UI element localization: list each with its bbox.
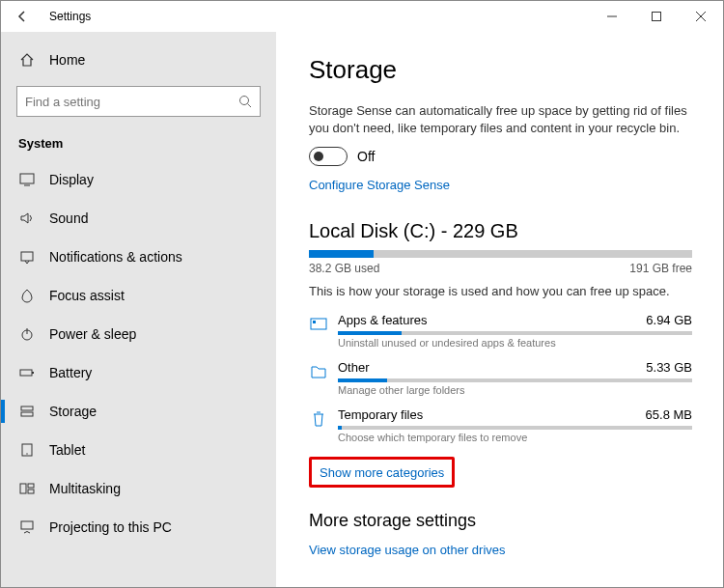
cat-name: Temporary files [338,407,423,422]
search-icon [238,95,252,108]
configure-storage-sense-link[interactable]: Configure Storage Sense [309,178,450,192]
nav-label: Notifications & actions [49,249,182,265]
notifications-icon [18,248,36,266]
maximize-button[interactable] [634,1,679,32]
multitasking-icon [18,480,36,497]
group-header-system: System [1,128,276,160]
more-storage-settings-header: More storage settings [309,511,692,531]
folder-icon [309,360,338,396]
nav-home[interactable]: Home [1,42,276,78]
search-input[interactable] [25,95,238,109]
svg-rect-18 [21,521,33,529]
focus-assist-icon [18,287,36,304]
nav-storage[interactable]: Storage [1,392,276,431]
cat-hint: Choose which temporary files to remove [338,432,692,443]
usage-desc: This is how your storage is used and how… [309,283,692,300]
apps-icon [309,313,338,349]
disk-usage-bar [309,250,692,258]
svg-rect-19 [311,319,326,329]
cat-name: Apps & features [338,313,428,327]
nav-label: Multitasking [49,481,121,496]
nav-label: Storage [49,404,97,419]
sidebar: Home System Display Sound Notifications … [1,32,276,587]
svg-line-3 [248,104,252,108]
minimize-button[interactable] [590,1,634,32]
nav-label: Tablet [49,442,85,458]
battery-icon [18,364,36,381]
storage-sense-toggle[interactable] [309,147,348,166]
svg-rect-6 [21,252,33,261]
svg-rect-4 [20,174,34,183]
nav-label: Battery [49,365,92,380]
search-box[interactable] [16,86,261,117]
window-title: Settings [43,10,590,23]
nav-home-label: Home [49,52,85,68]
power-icon [18,325,36,343]
nav-power-sleep[interactable]: Power & sleep [1,315,276,353]
highlight-annotation: Show more categories [309,457,455,488]
svg-rect-20 [313,321,316,323]
disk-used-label: 38.2 GB used [309,262,379,275]
tablet-icon [18,441,36,459]
titlebar: Settings [1,1,723,32]
nav-label: Power & sleep [49,326,136,342]
nav-label: Focus assist [49,288,125,303]
back-button[interactable] [1,1,43,32]
svg-point-2 [240,97,249,105]
home-icon [18,51,36,69]
sound-icon [18,210,36,227]
nav-label: Display [49,172,94,187]
svg-rect-1 [653,13,661,21]
show-more-categories-link[interactable]: Show more categories [320,465,444,480]
cat-size: 65.8 MB [646,407,692,422]
cat-hint: Uninstall unused or undesired apps & fea… [338,337,692,349]
category-temporary-files[interactable]: Temporary files65.8 MB Choose which temp… [309,407,692,443]
cat-hint: Manage other large folders [338,384,692,396]
cat-size: 6.94 GB [646,313,692,327]
svg-rect-15 [20,484,26,493]
svg-rect-9 [20,370,32,376]
category-apps-features[interactable]: Apps & features6.94 GB Uninstall unused … [309,313,692,349]
nav-projecting[interactable]: Projecting to this PC [1,508,276,546]
nav-tablet[interactable]: Tablet [1,431,276,469]
main-content: Storage Storage Sense can automatically … [276,32,723,587]
svg-rect-16 [28,484,34,488]
nav-focus-assist[interactable]: Focus assist [1,276,276,315]
other-drives-link[interactable]: View storage usage on other drives [309,543,506,557]
projecting-icon [18,518,36,536]
cat-name: Other [338,360,370,375]
page-title: Storage [309,55,692,85]
cat-size: 5.33 GB [646,360,692,375]
svg-rect-12 [21,412,33,416]
trash-icon [309,407,338,443]
svg-rect-11 [21,406,33,410]
svg-rect-10 [32,372,34,374]
svg-point-14 [26,453,27,454]
storage-sense-desc: Storage Sense can automatically free up … [309,102,692,137]
nav-notifications[interactable]: Notifications & actions [1,238,276,276]
disk-free-label: 191 GB free [629,262,692,275]
nav-label: Sound [49,210,88,226]
display-icon [18,171,36,188]
disk-title: Local Disk (C:) - 229 GB [309,220,692,242]
nav-sound[interactable]: Sound [1,199,276,238]
close-button[interactable] [679,1,723,32]
nav-display[interactable]: Display [1,160,276,199]
nav-battery[interactable]: Battery [1,353,276,392]
category-other[interactable]: Other5.33 GB Manage other large folders [309,360,692,396]
storage-icon [18,403,36,420]
nav-label: Projecting to this PC [49,519,172,535]
svg-rect-17 [28,490,34,493]
nav-multitasking[interactable]: Multitasking [1,469,276,508]
toggle-label: Off [357,149,375,164]
